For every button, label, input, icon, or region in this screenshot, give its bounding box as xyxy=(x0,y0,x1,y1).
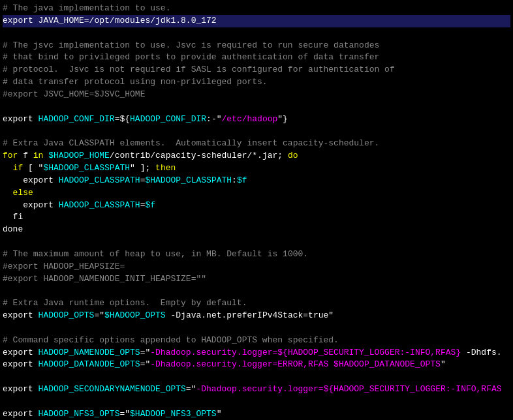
line-4: # The jsvc implementation to use. Jsvc i… xyxy=(3,40,510,52)
line-26: export HADOOP_OPTS="$HADOOP_OPTS -Djava.… xyxy=(3,310,510,322)
line-21: # The maximum amount of heap to use, in … xyxy=(3,248,510,261)
terminal: # The java implementation to use. export… xyxy=(0,0,513,420)
line-2: export JAVA_HOME=/opt/modules/jdk1.8.0_1… xyxy=(3,15,510,27)
line-14: if [ "$HADOOP_CLASSPATH" ]; then xyxy=(3,162,510,175)
line-1: # The java implementation to use. xyxy=(3,3,510,15)
line-22: #export HADOOP_HEAPSIZE= xyxy=(3,261,510,273)
line-7: # data transfer protocol using non-privi… xyxy=(3,76,510,89)
line-31 xyxy=(3,371,510,383)
line-24 xyxy=(3,285,510,297)
line-12: # Extra Java CLASSPATH elements. Automat… xyxy=(3,138,510,150)
line-33 xyxy=(3,396,510,408)
line-20 xyxy=(3,236,510,248)
line-19: done xyxy=(3,224,510,236)
line-17: export HADOOP_CLASSPATH=$f xyxy=(3,200,510,212)
line-15: export HADOOP_CLASSPATH=$HADOOP_CLASSPAT… xyxy=(3,175,510,187)
line-30: export HADOOP_DATANODE_OPTS="-Dhadoop.se… xyxy=(3,359,510,371)
line-11 xyxy=(3,125,510,138)
line-29: export HADOOP_NAMENODE_OPTS="-Dhadoop.se… xyxy=(3,347,510,359)
line-34: export HADOOP_NFS3_OPTS="$HADOOP_NFS3_OP… xyxy=(3,408,510,420)
line-18: fi xyxy=(3,211,510,224)
line-28: # Command specific options appended to H… xyxy=(3,335,510,347)
line-3 xyxy=(3,27,510,40)
line-10: export HADOOP_CONF_DIR=${HADOOP_CONF_DIR… xyxy=(3,113,510,126)
line-27 xyxy=(3,322,510,335)
line-9 xyxy=(3,101,510,113)
line-16: else xyxy=(3,187,510,200)
line-25: # Extra Java runtime options. Empty by d… xyxy=(3,297,510,310)
line-32: export HADOOP_SECONDARYNAMENODE_OPTS="-D… xyxy=(3,383,510,396)
line-13: for f in $HADOOP_HOME/contrib/capacity-s… xyxy=(3,150,510,162)
line-6: # protocol. Jsvc is not required if SASL… xyxy=(3,64,510,76)
line-5: # that bind to privileged ports to provi… xyxy=(3,52,510,64)
line-8: #export JSVC_HOME=$JSVC_HOME xyxy=(3,89,510,101)
line-23: #export HADOOP_NAMENODE_INIT_HEAPSIZE="" xyxy=(3,273,510,286)
